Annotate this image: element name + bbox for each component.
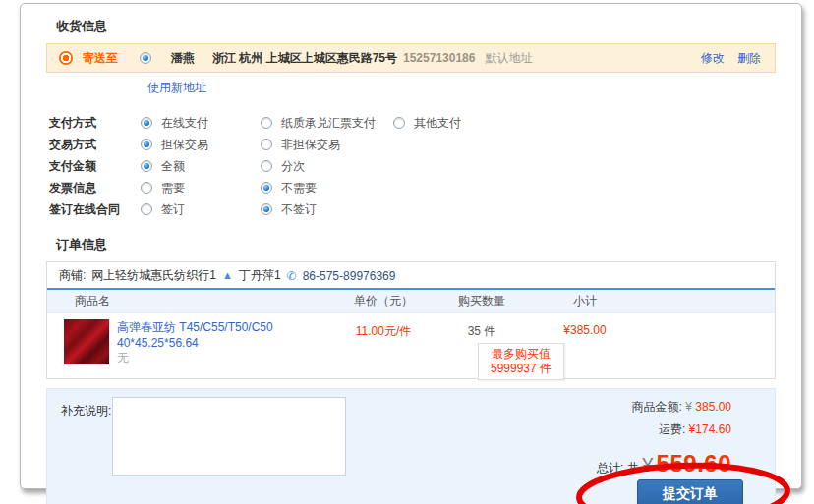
shop-label: 商铺: (59, 267, 86, 284)
checkout-page: 收货信息 寄送至 潘燕 浙江 杭州 上城区上城区惠民路75号 152571301… (21, 4, 801, 504)
product-row: 高弹春亚纺 T45/C55/T50/C50 40*45.25*56.64 无 1… (47, 313, 775, 378)
phone-icon: ✆ (287, 270, 297, 282)
contact-phone: 86-575-89976369 (303, 269, 396, 283)
notes-textarea[interactable] (112, 397, 346, 476)
option-label: 需要 (161, 180, 185, 196)
table-header: 商品名 单价（元） 购买数量 小计 (47, 288, 775, 313)
option-label: 分次 (281, 158, 305, 175)
trade-mode-row: 交易方式 担保交易 非担保交易 (46, 134, 776, 155)
contact-name: 丁丹萍1 (239, 267, 281, 284)
order-options: 支付方式 在线支付 纸质承兑汇票支付 其他支付 交易方式 担保交易 非担保交易 … (46, 112, 776, 220)
location-pin-icon (59, 51, 73, 65)
radio-other-payment[interactable] (393, 117, 405, 129)
option-label: 其他支付 (414, 115, 461, 132)
col-product-name: 商品名 (47, 293, 334, 309)
option-label: 担保交易 (161, 137, 208, 153)
total-value: 559.60 (657, 450, 731, 476)
payment-amount-row: 支付金额 全额 分次 (46, 155, 776, 177)
product-thumbnail[interactable] (64, 319, 109, 364)
unit-price-value: 11.00元/件 (334, 319, 433, 370)
radio-guaranteed-trade[interactable] (141, 139, 152, 150)
address-text: 浙江 杭州 上城区上城区惠民路75号 (212, 50, 397, 67)
option-label: 纸质承兑汇票支付 (281, 115, 376, 132)
shipping-fee-value: ¥174.60 (689, 422, 731, 436)
default-address-badge: 默认地址 (485, 50, 532, 67)
option-label: 非担保交易 (281, 137, 340, 153)
invoice-row: 发票信息 需要 不需要 (46, 177, 776, 198)
shipping-section-title: 收货信息 (56, 18, 776, 35)
trade-mode-label: 交易方式 (46, 137, 141, 153)
total-label: 总计: 共 (597, 461, 639, 475)
product-note: 无 (117, 350, 323, 366)
option-label: 全额 (161, 158, 185, 175)
use-new-address-link[interactable]: 使用新地址 (147, 80, 206, 96)
online-contract-label: 签订在线合同 (46, 201, 141, 218)
shop-name[interactable]: 网上轻纺城惠氏纺织行1 (91, 267, 216, 284)
goods-amount-label: 商品金额: (632, 400, 682, 414)
ship-to-label: 寄送至 (83, 50, 118, 67)
totals-block: 商品金额: ¥ 385.00 运费: ¥174.60 总计: 共 ¥ 559.6… (597, 399, 731, 477)
modify-address-link[interactable]: 修改 (701, 51, 725, 65)
radio-not-sign-contract[interactable] (261, 203, 272, 215)
radio-non-guaranteed-trade[interactable] (261, 139, 272, 150)
goods-amount-value: 385.00 (695, 400, 731, 414)
option-label: 不签订 (281, 201, 317, 218)
delete-address-link[interactable]: 删除 (737, 51, 761, 65)
max-purchase-tooltip: 最多购买值 5999937 件 (478, 343, 564, 380)
invoice-label: 发票信息 (46, 180, 141, 196)
max-purchase-tooltip-line2: 5999937 件 (481, 362, 561, 376)
radio-online-payment[interactable] (141, 117, 152, 129)
recipient-name: 潘燕 (171, 50, 195, 67)
person-icon: ▲ (222, 270, 233, 281)
shipping-fee-label: 运费: (659, 422, 685, 436)
radio-installments[interactable] (261, 160, 272, 172)
radio-paper-bill-payment[interactable] (261, 117, 272, 129)
radio-full-amount[interactable] (141, 160, 152, 172)
order-section-title: 订单信息 (56, 236, 776, 253)
goods-amount-currency: ¥ (685, 400, 692, 414)
page-frame: 收货信息 寄送至 潘燕 浙江 杭州 上城区上城区惠民路75号 152571301… (20, 3, 802, 489)
total-currency: ¥ (642, 454, 653, 476)
col-subtotal: 小计 (531, 293, 639, 309)
option-label: 不需要 (281, 180, 317, 196)
option-label: 在线支付 (161, 115, 208, 132)
payment-amount-label: 支付金额 (46, 158, 141, 175)
submit-order-button[interactable]: 提交订单 (637, 479, 743, 504)
col-unit-price: 单价（元） (334, 293, 433, 309)
radio-invoice-needed[interactable] (141, 182, 152, 194)
radio-sign-contract[interactable] (141, 203, 152, 215)
order-box: 商铺: 网上轻纺城惠氏纺织行1 ▲ 丁丹萍1 ✆ 86-575-89976369… (46, 261, 776, 379)
shop-row: 商铺: 网上轻纺城惠氏纺织行1 ▲ 丁丹萍1 ✆ 86-575-89976369 (47, 262, 775, 288)
max-purchase-tooltip-line1: 最多购买值 (481, 347, 561, 362)
col-quantity: 购买数量 (433, 293, 531, 309)
product-name-link[interactable]: 高弹春亚纺 T45/C55/T50/C50 40*45.25*56.64 (117, 319, 323, 349)
option-label: 签订 (161, 201, 185, 218)
payment-method-row: 支付方式 在线支付 纸质承兑汇票支付 其他支付 (46, 112, 776, 134)
notes-label: 补充说明: (61, 403, 111, 420)
payment-method-label: 支付方式 (46, 115, 141, 132)
online-contract-row: 签订在线合同 签订 不签订 (46, 198, 776, 220)
radio-invoice-not-needed[interactable] (261, 182, 272, 194)
summary-panel: 补充说明: 商品金额: ¥ 385.00 运费: ¥174.60 总计: 共 ¥… (46, 388, 776, 504)
address-radio[interactable] (140, 52, 151, 64)
address-row[interactable]: 寄送至 潘燕 浙江 杭州 上城区上城区惠民路75号 15257130186 默认… (46, 43, 776, 73)
address-phone: 15257130186 (403, 51, 475, 65)
